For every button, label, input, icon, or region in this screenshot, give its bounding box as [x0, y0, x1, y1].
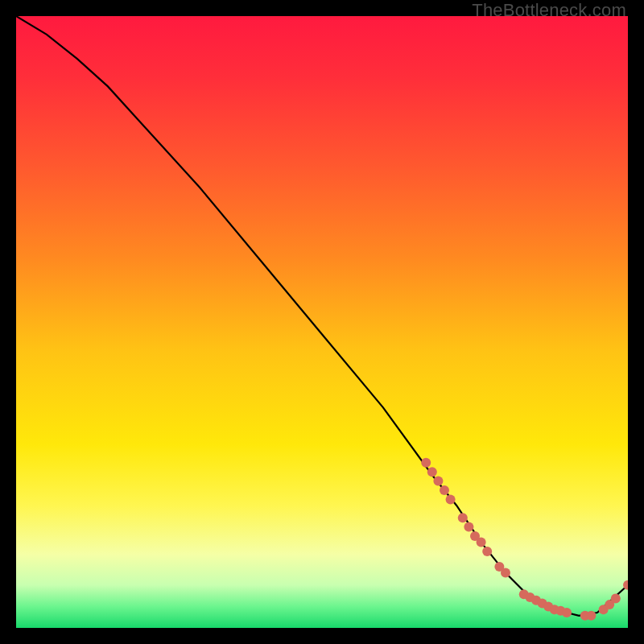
marker-point: [427, 467, 437, 477]
chart-container: TheBottleneck.com: [0, 0, 644, 644]
gradient-background: [16, 16, 628, 628]
marker-point: [464, 522, 473, 532]
marker-point: [433, 477, 443, 486]
marker-point: [501, 568, 510, 578]
plot-area: [16, 16, 628, 628]
bottleneck-chart: [16, 16, 628, 628]
marker-point: [440, 485, 449, 495]
marker-point: [446, 494, 456, 504]
marker-point: [477, 538, 486, 547]
marker-point: [421, 458, 431, 468]
marker-point: [586, 611, 596, 621]
marker-point: [562, 608, 572, 617]
marker-point: [482, 547, 492, 556]
marker-point: [611, 594, 621, 604]
marker-point: [458, 513, 468, 522]
